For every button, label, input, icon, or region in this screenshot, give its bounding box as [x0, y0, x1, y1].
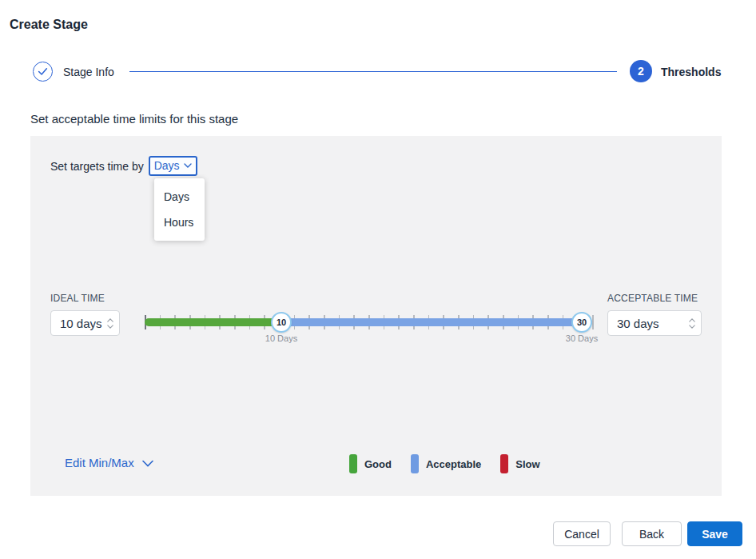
save-button[interactable]: Save	[687, 521, 742, 546]
stepper-connector-line	[129, 71, 617, 72]
spinner-down-icon[interactable]	[107, 325, 113, 329]
edit-minmax-toggle[interactable]: Edit Min/Max	[65, 456, 153, 469]
targets-row: Set targets time by Days	[50, 156, 197, 176]
slider-ideal-value-label: 10 Days	[249, 333, 313, 343]
unit-dropdown-menu: Days Hours	[154, 178, 205, 241]
legend-acceptable-label: Acceptable	[426, 458, 481, 470]
acceptable-time-input-wrap	[607, 310, 702, 336]
legend-item-slow: Slow	[500, 454, 539, 473]
unit-selected-value: Days	[154, 159, 180, 172]
legend-item-good: Good	[349, 454, 392, 473]
step2-number: 2	[638, 65, 644, 78]
step2-label: Thresholds	[661, 66, 721, 78]
time-range-slider: 10 30 10 Days 30 Days	[145, 318, 592, 326]
acceptable-time-spinner	[687, 318, 701, 329]
legend-acceptable-swatch	[411, 454, 419, 473]
legend-slow-swatch	[500, 454, 508, 473]
ideal-time-spinner	[105, 318, 119, 329]
unit-option-days[interactable]: Days	[154, 184, 205, 210]
step2-active-circle[interactable]: 2	[630, 60, 652, 82]
ideal-time-input[interactable]	[51, 317, 105, 330]
section-heading: Set acceptable time limits for this stag…	[30, 112, 238, 126]
legend-good-label: Good	[364, 458, 392, 470]
step1-label: Stage Info	[63, 66, 114, 78]
acceptable-time-label: ACCEPTABLE TIME	[607, 293, 698, 304]
spinner-down-icon[interactable]	[689, 325, 695, 329]
slider-acceptable-segment	[281, 318, 592, 326]
back-button[interactable]: Back	[622, 521, 682, 546]
slider-handle-acceptable[interactable]: 30	[571, 312, 592, 333]
check-icon	[38, 65, 48, 79]
page-title: Create Stage	[10, 18, 88, 32]
unit-dropdown-trigger[interactable]: Days	[149, 156, 197, 176]
acceptable-time-input[interactable]	[608, 317, 687, 330]
spinner-up-icon[interactable]	[107, 318, 113, 322]
legend: Good Acceptable Slow	[349, 454, 540, 473]
slider-handle-ideal[interactable]: 10	[271, 312, 292, 333]
stepper: Stage Info 2 Thresholds	[0, 60, 756, 82]
unit-option-hours[interactable]: Hours	[154, 210, 205, 235]
slider-good-segment	[145, 318, 281, 326]
legend-item-acceptable: Acceptable	[411, 454, 481, 473]
spinner-up-icon[interactable]	[689, 318, 695, 322]
legend-slow-label: Slow	[515, 458, 539, 470]
chevron-down-icon	[184, 163, 192, 168]
create-stage-dialog: Create Stage Stage Info 2 Thresholds Set…	[0, 0, 756, 559]
step1-complete-circle[interactable]	[33, 62, 53, 82]
legend-good-swatch	[349, 454, 357, 473]
ideal-time-input-wrap	[50, 310, 120, 336]
thresholds-panel: Set targets time by Days Days Hours IDEA…	[30, 136, 722, 496]
slider-acceptable-value-label: 30 Days	[550, 333, 614, 343]
targets-label: Set targets time by	[50, 160, 144, 173]
edit-minmax-label: Edit Min/Max	[65, 456, 134, 469]
chevron-down-icon	[142, 456, 153, 469]
cancel-button[interactable]: Cancel	[553, 521, 611, 546]
ideal-time-label: IDEAL TIME	[50, 293, 105, 304]
